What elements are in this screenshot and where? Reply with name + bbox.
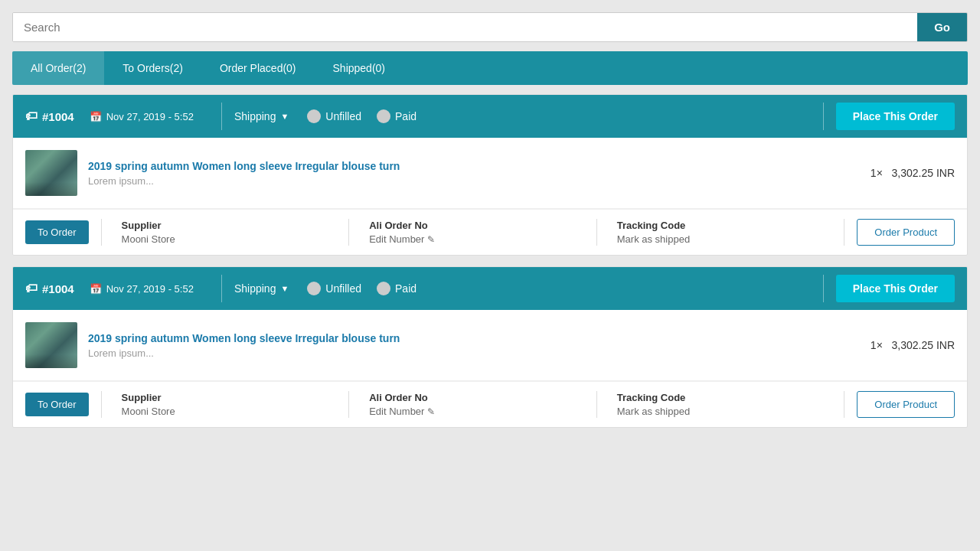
header-divider-3 [221, 275, 222, 302]
ali-order-col-1: Ali Order No Edit Number ✎ [361, 220, 584, 245]
tab-to-orders[interactable]: To Orders(2) [104, 51, 201, 85]
product-thumbnail-2 [25, 322, 77, 368]
product-quantity-1: 1× [871, 167, 883, 179]
header-divider-4 [823, 275, 824, 302]
ali-order-value-2[interactable]: Edit Number ✎ [369, 406, 435, 417]
order-card-1: 🏷 #1004 📅 Nov 27, 2019 - 5:52 Shipping ▼… [12, 94, 968, 256]
tracking-label-2: Tracking Code [617, 392, 686, 403]
supplier-col-2: Supplier Mooni Store [114, 392, 337, 417]
supplier-label-2: Supplier [122, 392, 162, 403]
search-bar: Go [12, 12, 968, 42]
product-quantity-2: 1× [871, 339, 883, 351]
tab-shipped[interactable]: Shipped(0) [315, 51, 404, 85]
product-amount-2: 3,302.25 INR [892, 339, 956, 351]
action-divider-1d [844, 219, 844, 246]
product-price-1: 1× 3,302.25 INR [871, 167, 955, 179]
tab-all-orders[interactable]: All Order(2) [12, 51, 104, 85]
tabs-bar: All Order(2) To Orders(2) Order Placed(0… [12, 51, 968, 85]
status-unfilled-2: Unfilled [307, 282, 361, 295]
order-product-button-1[interactable]: Order Product [857, 219, 955, 246]
shipping-label-1: Shipping [234, 110, 276, 122]
edit-icon-1[interactable]: ✎ [427, 234, 435, 245]
ali-order-col-2: Ali Order No Edit Number ✎ [361, 392, 584, 417]
ali-order-label-1: Ali Order No [369, 220, 428, 231]
paid-circle-icon-2 [377, 282, 390, 295]
unfilled-label-1: Unfilled [325, 110, 361, 122]
product-row-2: 2019 spring autumn Women long sleeve Irr… [13, 310, 967, 381]
tag-icon-2: 🏷 [25, 282, 38, 295]
action-divider-1a [101, 219, 102, 246]
action-divider-2d [844, 391, 844, 418]
header-divider-1 [221, 103, 222, 130]
tracking-label-1: Tracking Code [617, 220, 686, 231]
actions-row-2: To Order Supplier Mooni Store Ali Order … [13, 381, 967, 427]
order-id-2: #1004 [42, 282, 74, 295]
order-date-section-2: 📅 Nov 27, 2019 - 5:52 [90, 283, 209, 295]
paid-label-1: Paid [395, 110, 416, 122]
order-id-section-1: 🏷 #1004 [25, 109, 90, 123]
unfilled-label-2: Unfilled [325, 282, 361, 295]
order-product-button-2[interactable]: Order Product [857, 391, 955, 418]
actions-row-1: To Order Supplier Mooni Store Ali Order … [13, 209, 967, 255]
product-thumbnail-1 [25, 150, 77, 196]
tracking-value-1[interactable]: Mark as shipped [617, 233, 690, 245]
tracking-value-2[interactable]: Mark as shipped [617, 406, 690, 417]
supplier-value-1: Mooni Store [122, 233, 175, 245]
search-input[interactable] [13, 13, 917, 41]
order-header-1: 🏷 #1004 📅 Nov 27, 2019 - 5:52 Shipping ▼… [13, 95, 967, 138]
shipping-dropdown-2[interactable]: Shipping ▼ [234, 282, 295, 295]
product-amount-1: 3,302.25 INR [892, 167, 956, 179]
product-row-1: 2019 spring autumn Women long sleeve Irr… [13, 138, 967, 209]
tracking-col-1: Tracking Code Mark as shipped [609, 220, 832, 245]
product-title-2[interactable]: 2019 spring autumn Women long sleeve Irr… [88, 332, 860, 344]
action-divider-2b [348, 391, 349, 418]
product-desc-1: Lorem ipsum... [88, 175, 860, 187]
order-id-1: #1004 [42, 110, 74, 123]
action-divider-1c [596, 219, 597, 246]
supplier-label-1: Supplier [122, 220, 162, 231]
tracking-col-2: Tracking Code Mark as shipped [609, 392, 832, 417]
chevron-down-icon-2: ▼ [280, 284, 289, 293]
paid-label-2: Paid [395, 282, 416, 295]
product-desc-2: Lorem ipsum... [88, 347, 860, 359]
calendar-icon-2: 📅 [90, 283, 102, 295]
order-date-section-1: 📅 Nov 27, 2019 - 5:52 [90, 111, 209, 122]
product-title-1[interactable]: 2019 spring autumn Women long sleeve Irr… [88, 160, 860, 172]
edit-icon-2[interactable]: ✎ [427, 406, 435, 417]
status-paid-2: Paid [377, 282, 416, 295]
action-divider-2a [101, 391, 102, 418]
action-divider-1b [348, 219, 349, 246]
order-date-1: Nov 27, 2019 - 5:52 [106, 111, 194, 122]
status-section-1: Unfilled Paid [295, 109, 810, 123]
order-id-section-2: 🏷 #1004 [25, 282, 90, 295]
order-header-2: 🏷 #1004 📅 Nov 27, 2019 - 5:52 Shipping ▼… [13, 267, 967, 310]
paid-circle-icon [377, 109, 390, 123]
chevron-down-icon: ▼ [280, 112, 289, 121]
ali-order-label-2: Ali Order No [369, 392, 428, 403]
tab-order-placed[interactable]: Order Placed(0) [201, 51, 315, 85]
order-date-2: Nov 27, 2019 - 5:52 [106, 283, 194, 295]
supplier-value-2: Mooni Store [122, 406, 175, 417]
product-info-2: 2019 spring autumn Women long sleeve Irr… [88, 332, 860, 359]
action-divider-2c [596, 391, 597, 418]
tag-icon: 🏷 [25, 109, 38, 123]
order-card-2: 🏷 #1004 📅 Nov 27, 2019 - 5:52 Shipping ▼… [12, 266, 968, 428]
header-divider-2 [823, 103, 824, 130]
status-paid-1: Paid [377, 109, 416, 123]
place-order-button-1[interactable]: Place This Order [836, 103, 955, 130]
to-order-button-1[interactable]: To Order [25, 220, 89, 244]
unfilled-circle-icon-2 [307, 282, 321, 295]
search-go-button[interactable]: Go [917, 13, 967, 41]
to-order-button-2[interactable]: To Order [25, 393, 89, 416]
shipping-dropdown-1[interactable]: Shipping ▼ [234, 110, 295, 122]
supplier-col-1: Supplier Mooni Store [114, 220, 337, 245]
status-section-2: Unfilled Paid [295, 282, 810, 295]
calendar-icon: 📅 [90, 111, 102, 122]
product-info-1: 2019 spring autumn Women long sleeve Irr… [88, 160, 860, 187]
status-unfilled-1: Unfilled [307, 109, 361, 123]
product-price-2: 1× 3,302.25 INR [871, 339, 955, 351]
shipping-label-2: Shipping [234, 282, 276, 295]
place-order-button-2[interactable]: Place This Order [836, 275, 955, 302]
ali-order-value-1[interactable]: Edit Number ✎ [369, 233, 435, 245]
unfilled-circle-icon [307, 109, 321, 123]
